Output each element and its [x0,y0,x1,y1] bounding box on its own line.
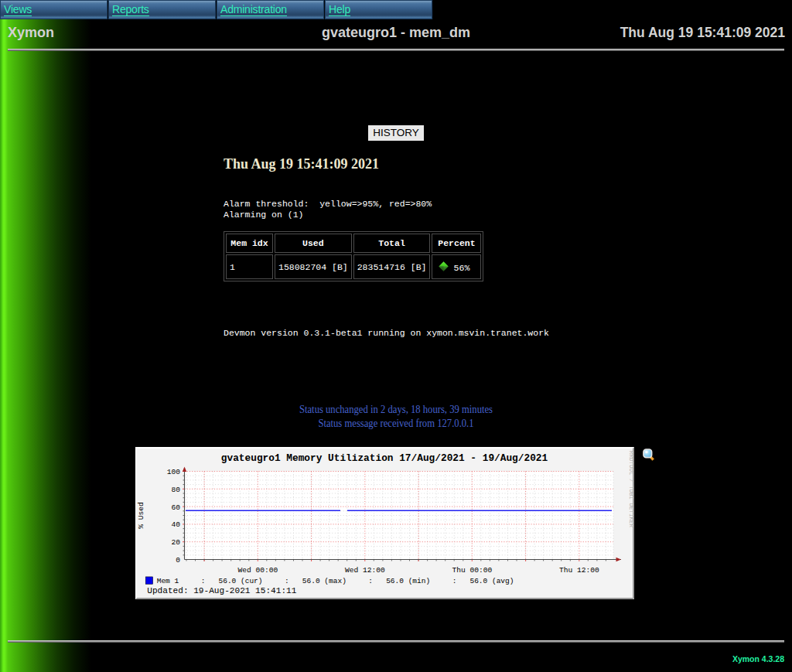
svg-text:Mem 1 : 56.0 (cur) :: Mem 1 : 56.0 (cur) : 56.0 (max) : 56.0 (… [157,577,514,585]
svg-text:RRDTOOL / TOBI OETIKER: RRDTOOL / TOBI OETIKER [628,451,634,528]
svg-text:Updated: 19-Aug-2021 15:41:11: Updated: 19-Aug-2021 15:41:11 [147,586,296,595]
svg-text:40: 40 [171,520,180,529]
svg-text:0: 0 [176,556,180,565]
svg-text:Thu 00:00: Thu 00:00 [452,566,492,575]
svg-text:20: 20 [171,538,180,547]
svg-text:gvateugro1 Memory Utilization: gvateugro1 Memory Utilization 17/Aug/202… [221,452,548,464]
svg-text:Wed 12:00: Wed 12:00 [345,566,385,575]
svg-text:80: 80 [171,486,180,494]
svg-text:Thu 12:00: Thu 12:00 [559,566,599,575]
svg-text:Wed 00:00: Wed 00:00 [237,566,278,575]
svg-text:% Used: % Used [137,502,145,529]
svg-text:100: 100 [167,468,181,476]
svg-text:60: 60 [171,503,180,512]
